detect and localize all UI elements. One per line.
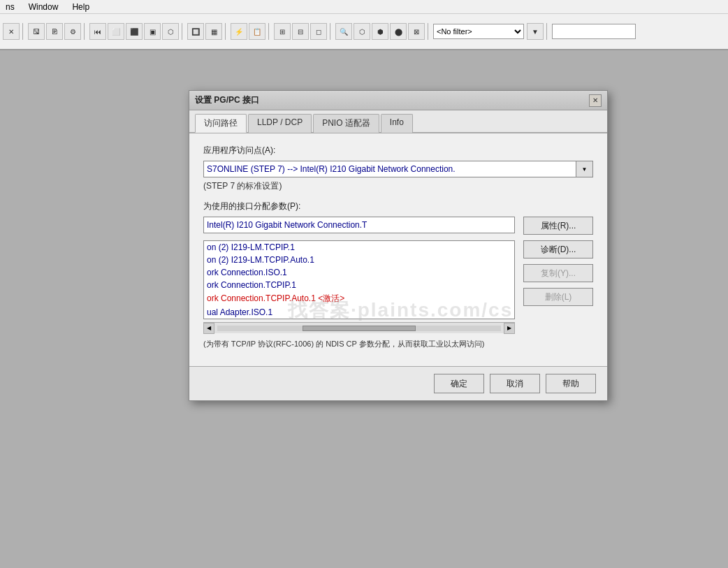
sep6 [330, 23, 333, 40]
tb-btn-17[interactable]: ⬡ [354, 23, 370, 40]
close-button[interactable]: ✕ [589, 94, 602, 107]
filter-select[interactable]: <No filter> [433, 24, 524, 39]
tb-btn-13[interactable]: ⊞ [274, 23, 291, 40]
h-scrollbar[interactable]: ◀ ▶ [203, 322, 515, 333]
tb-btn-11[interactable]: ⚡ [231, 23, 247, 40]
access-point-row: S7ONLINE (STEP 7) --> Intel(R) I210 Giga… [203, 161, 593, 177]
sep2 [84, 23, 87, 40]
tab-access-path[interactable]: 访问路径 [195, 114, 247, 133]
footer-right: 确定 取消 帮助 [434, 374, 596, 393]
sep5 [268, 23, 271, 40]
description-text: (为带有 TCP/IP 协议(RFC-1006) 的 NDIS CP 参数分配，… [203, 339, 593, 349]
menu-help[interactable]: Help [69, 1, 92, 13]
h-scroll-track [217, 326, 501, 331]
menu-ns[interactable]: ns [3, 1, 17, 13]
workspace: 设置 PG/PC 接口 ✕ 访问路径 LLDP / DCP PNIO 适配器 I… [0, 52, 728, 568]
copy-button[interactable]: 复制(Y)... [523, 264, 593, 282]
sep7 [428, 23, 430, 40]
tb-btn-15[interactable]: ◻ [310, 23, 327, 40]
list-box-wrapper: on (2) I219-LM.TCPIP.1on (2) I219-LM.TCP… [203, 240, 515, 319]
access-point-dropdown-arrow[interactable]: ▼ [576, 161, 593, 177]
tb-btn-19[interactable]: ⬤ [390, 23, 407, 40]
btn-column: 属性(R)... 诊断(D)... 复制(Y)... 删除(L) [523, 217, 593, 333]
tb-btn-x[interactable]: ✕ [3, 23, 20, 40]
filter-area: <No filter> ▼ [433, 23, 544, 40]
sep8 [546, 23, 549, 40]
access-point-label: 应用程序访问点(A): [203, 145, 593, 156]
tab-bar: 访问路径 LLDP / DCP PNIO 适配器 Info [189, 110, 607, 133]
filter-btn[interactable]: ▼ [527, 23, 544, 40]
standard-note: (STEP 7 的标准设置) [203, 180, 593, 192]
properties-button[interactable]: 属性(R)... [523, 217, 593, 235]
tb-btn-5[interactable]: ⬜ [108, 23, 124, 40]
tb-btn-3[interactable]: ⚙ [64, 23, 81, 40]
tb-btn-8[interactable]: ⬡ [162, 23, 179, 40]
tab-pnio[interactable]: PNIO 适配器 [313, 114, 379, 133]
h-scroll-right[interactable]: ▶ [504, 323, 515, 334]
tab-lldp-dcp[interactable]: LLDP / DCP [248, 114, 312, 133]
list-item[interactable]: ual Adapter.ISO.1 [204, 306, 514, 319]
sep3 [182, 23, 184, 40]
access-point-value[interactable]: S7ONLINE (STEP 7) --> Intel(R) I210 Giga… [203, 161, 576, 177]
tb-btn-1[interactable]: 🖫 [28, 23, 45, 40]
tb-btn-4[interactable]: ⏮ [89, 23, 106, 40]
delete-button[interactable]: 删除(L) [523, 288, 593, 306]
dialog-title: 设置 PG/PC 接口 [195, 94, 259, 106]
tb-btn-12[interactable]: 📋 [249, 23, 265, 40]
tb-btn-6[interactable]: ⬛ [126, 23, 143, 40]
h-scroll-left[interactable]: ◀ [203, 323, 214, 334]
tb-btn-16[interactable]: 🔍 [335, 23, 352, 40]
toolbar: ✕ 🖫 🖹 ⚙ ⏮ ⬜ ⬛ ▣ ⬡ 🔲 ▦ ⚡ 📋 ⊞ ⊟ ◻ 🔍 ⬡ ⬢ ⬤ … [0, 14, 728, 50]
help-button[interactable]: 帮助 [546, 374, 596, 393]
sep4 [225, 23, 228, 40]
search-input[interactable] [552, 24, 636, 39]
interface-input-row: Intel(R) I210 Gigabit Network Connection… [203, 217, 515, 233]
list-box[interactable]: on (2) I219-LM.TCPIP.1on (2) I219-LM.TCP… [204, 241, 514, 319]
tb-btn-14[interactable]: ⊟ [292, 23, 309, 40]
sep1 [22, 23, 25, 40]
interface-selected[interactable]: Intel(R) I210 Gigabit Network Connection… [203, 217, 515, 233]
tb-btn-7[interactable]: ▣ [144, 23, 161, 40]
dialog-titlebar: 设置 PG/PC 接口 ✕ [189, 91, 607, 110]
ok-button[interactable]: 确定 [434, 374, 484, 393]
list-item[interactable]: on (2) I219-LM.TCPIP.Auto.1 [204, 254, 514, 266]
diagnose-button[interactable]: 诊断(D)... [523, 240, 593, 258]
tb-btn-2[interactable]: 🖹 [46, 23, 63, 40]
list-area-container: Intel(R) I210 Gigabit Network Connection… [203, 217, 593, 333]
menu-window[interactable]: Window [26, 1, 61, 13]
tb-btn-9[interactable]: 🔲 [187, 23, 204, 40]
tab-info[interactable]: Info [381, 114, 413, 133]
dialog-content: 应用程序访问点(A): S7ONLINE (STEP 7) --> Intel(… [189, 133, 607, 366]
list-item[interactable]: ork Connection.TCPIP.Auto.1 <激活> [204, 291, 514, 306]
dialog-footer: 确定 取消 帮助 [189, 366, 607, 400]
tb-btn-18[interactable]: ⬢ [372, 23, 388, 40]
h-scroll-thumb[interactable] [303, 326, 416, 331]
cancel-button[interactable]: 取消 [490, 374, 540, 393]
menu-bar: ns Window Help [0, 0, 728, 14]
list-item[interactable]: on (2) I219-LM.TCPIP.1 [204, 241, 514, 254]
tb-btn-20[interactable]: ⊠ [408, 23, 425, 40]
list-item[interactable]: ork Connection.TCPIP.1 [204, 279, 514, 291]
list-item[interactable]: ork Connection.ISO.1 [204, 266, 514, 279]
tb-btn-10[interactable]: ▦ [205, 23, 222, 40]
settings-dialog: 设置 PG/PC 接口 ✕ 访问路径 LLDP / DCP PNIO 适配器 I… [189, 90, 608, 401]
interface-param-label: 为使用的接口分配参数(P): [203, 201, 593, 212]
